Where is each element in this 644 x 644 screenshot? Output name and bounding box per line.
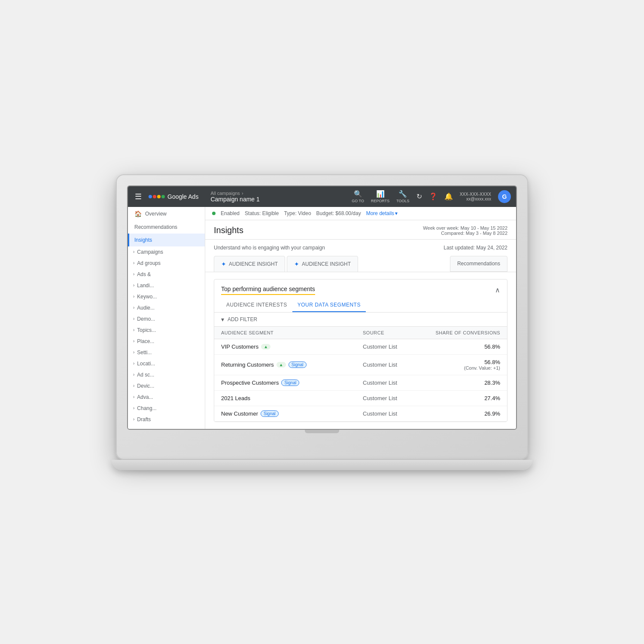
arrow-icon: › xyxy=(133,406,134,410)
sidebar-item-adschedule[interactable]: › Ad sc... xyxy=(128,369,205,380)
sidebar-label-overview: Overview xyxy=(145,211,167,217)
table-row[interactable]: VIP Customers ▲ Customer List 56.8% xyxy=(214,339,507,355)
segment-name-newcustomer: New Customer Signal xyxy=(221,410,363,417)
col-header-segment: Audience segment xyxy=(221,330,363,335)
card-title: Top performing audience segments xyxy=(221,286,315,295)
arrow-icon: › xyxy=(133,283,134,288)
nav-right: 🔍 GO TO 📊 REPORTS 🔧 TOOLS ↻ xyxy=(352,190,511,203)
nav-goto[interactable]: 🔍 GO TO xyxy=(352,190,364,203)
status-dot xyxy=(212,212,216,215)
sidebar-item-overview[interactable]: 🏠 Overview xyxy=(128,207,205,221)
arrow-icon: › xyxy=(133,328,134,332)
tab-audience-insight-2[interactable]: ✦ AUDIENCE INSIGHT xyxy=(287,256,358,272)
table-row[interactable]: Prospective Customers Signal Customer Li… xyxy=(214,375,507,391)
all-campaigns-link[interactable]: All campaigns › xyxy=(210,191,346,196)
user-avatar[interactable]: G xyxy=(498,190,511,203)
collapse-button[interactable]: ∧ xyxy=(495,286,500,294)
sidebar-label-ads: Ads & xyxy=(137,271,151,277)
sidebar-item-drafts[interactable]: › Drafts xyxy=(128,414,205,425)
sidebar-item-placements[interactable]: › Place... xyxy=(128,336,205,347)
arrow-icon: › xyxy=(133,361,134,366)
sub-tab-your-data[interactable]: YOUR DATA SEGMENTS xyxy=(292,298,366,312)
nav-bell[interactable]: 🔔 xyxy=(444,192,453,200)
segment-name-vip: VIP Customers ▲ xyxy=(221,343,363,350)
source-newcustomer: Customer List xyxy=(363,410,431,417)
table-header-row: Audience segment Source Share of convers… xyxy=(214,327,507,339)
tab-audience-insight-1[interactable]: ✦ AUDIENCE INSIGHT xyxy=(214,256,285,272)
sidebar-label-locations: Locati... xyxy=(137,361,155,367)
table-row[interactable]: New Customer Signal Customer List 26.9% xyxy=(214,406,507,422)
sidebar-label-drafts: Drafts xyxy=(137,416,151,422)
tools-icon: 🔧 xyxy=(398,190,407,198)
arrow-icon: › xyxy=(133,383,134,388)
arrow-icon: › xyxy=(133,305,134,310)
sidebar-item-ads[interactable]: › Ads & xyxy=(128,269,205,280)
table-row[interactable]: Returning Customers ▲ Signal Customer Li… xyxy=(214,355,507,375)
sidebar-item-devices[interactable]: › Devic... xyxy=(128,380,205,392)
sidebar-item-locations[interactable]: › Locati... xyxy=(128,358,205,369)
sidebar-item-insights[interactable]: Insights xyxy=(128,234,205,246)
up-badge-returning: ▲ xyxy=(276,362,286,368)
arrow-icon: › xyxy=(133,316,134,321)
main-layout: 🏠 Overview Recommendations Insights › Ca… xyxy=(128,207,516,429)
conversions-2021leads: 27.4% xyxy=(431,395,500,401)
sidebar-item-audiences[interactable]: › Audie... xyxy=(128,302,205,313)
top-performing-card: Top performing audience segments ∧ AUDIE… xyxy=(214,279,507,422)
nav-help[interactable]: ❓ xyxy=(429,192,437,200)
content-area: Enabled Status: Eligible Type: Video Bud… xyxy=(205,207,516,429)
status-eligible: Status: Eligible xyxy=(245,210,279,216)
plus-icon-1: ✦ xyxy=(221,261,226,267)
sidebar-item-landing[interactable]: › Landi... xyxy=(128,280,205,291)
conv-sub-returning: (Conv. Value: +1) xyxy=(431,365,500,371)
sidebar-item-advanced[interactable]: › Adva... xyxy=(128,392,205,403)
signal-badge-newcustomer: Signal xyxy=(261,410,279,417)
sidebar-label-demo: Demo... xyxy=(137,316,155,322)
insights-title: Insights xyxy=(214,225,243,235)
campaign-name-label: Campaign name 1 xyxy=(210,196,346,203)
logo-dot-red xyxy=(153,195,156,198)
nav-refresh[interactable]: ↻ xyxy=(416,192,422,200)
table-row[interactable]: 2021 Leads Customer List 27.4% xyxy=(214,391,507,406)
tab-label-3: Recommendations xyxy=(457,261,500,267)
nav-reports[interactable]: 📊 REPORTS xyxy=(371,190,389,203)
sidebar-item-campaigns[interactable]: › Campaigns xyxy=(128,246,205,258)
nav-tools[interactable]: 🔧 TOOLS xyxy=(396,190,409,203)
sidebar-item-keywords[interactable]: › Keywo... xyxy=(128,291,205,302)
laptop-screen: ☰ Google Ads All campaigns xyxy=(127,185,517,430)
source-vip: Customer List xyxy=(363,343,431,350)
date-range: Week over week: May 10 - May 15 2022 Com… xyxy=(423,225,507,236)
status-bar: Enabled Status: Eligible Type: Video Bud… xyxy=(205,207,516,220)
chevron-down-icon: ▾ xyxy=(395,210,398,216)
more-details-link[interactable]: More details ▾ xyxy=(366,210,398,216)
source-returning: Customer List xyxy=(363,361,431,368)
sidebar-item-topics[interactable]: › Topics... xyxy=(128,325,205,336)
segment-name-2021leads: 2021 Leads xyxy=(221,395,363,401)
sidebar-item-recommendations[interactable]: Recommendations xyxy=(128,221,205,234)
arrow-icon: › xyxy=(133,372,134,377)
sub-tabs: AUDIENCE INTERESTS YOUR DATA SEGMENTS xyxy=(214,298,507,313)
refresh-icon: ↻ xyxy=(416,192,422,200)
logo-dots xyxy=(149,195,165,198)
sidebar-label-campaigns: Campaigns xyxy=(137,249,163,255)
tab-recommendations[interactable]: Recommendations xyxy=(450,256,507,272)
compared-label: Compared: May 3 - May 8 2022 xyxy=(423,231,507,236)
sidebar-item-settings[interactable]: › Setti... xyxy=(128,347,205,358)
laptop-body: ☰ Google Ads All campaigns xyxy=(116,174,528,460)
conversions-returning: 56.8% (Conv. Value: +1) xyxy=(431,359,500,371)
sidebar-item-adgroups[interactable]: › Ad groups xyxy=(128,258,205,269)
up-badge-vip: ▲ xyxy=(261,344,270,349)
signal-badge-prospective: Signal xyxy=(281,380,299,386)
tabs-row: ✦ AUDIENCE INSIGHT ✦ AUDIENCE INSIGHT Re… xyxy=(205,256,516,272)
hamburger-menu[interactable]: ☰ xyxy=(133,190,143,203)
sidebar-label-keywords: Keywo... xyxy=(137,294,157,300)
sub-tab-audience-interests[interactable]: AUDIENCE INTERESTS xyxy=(221,298,292,312)
date-range-label: Week over week: May 10 - May 15 2022 xyxy=(423,225,507,231)
logo-dot-green xyxy=(161,195,165,198)
top-navbar: ☰ Google Ads All campaigns xyxy=(128,186,516,207)
col-header-source: Source xyxy=(363,330,431,335)
status-enabled: Enabled xyxy=(221,210,240,216)
filter-row[interactable]: ▾ ADD FILTER xyxy=(214,313,507,327)
plus-icon-2: ✦ xyxy=(294,261,299,267)
sidebar-item-changelog[interactable]: › Chang... xyxy=(128,403,205,414)
sidebar-item-demo[interactable]: › Demo... xyxy=(128,313,205,325)
